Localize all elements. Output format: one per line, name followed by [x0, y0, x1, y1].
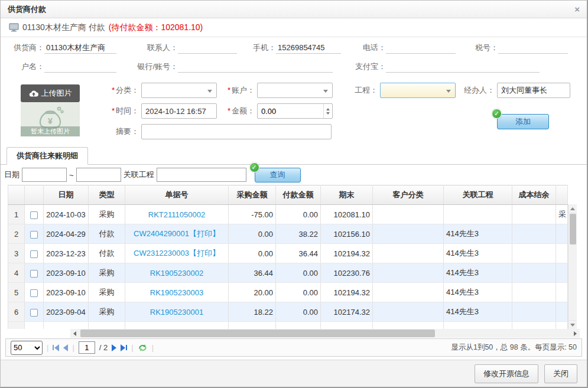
info-row-1: 供货商： 联系人： 手机： 电话： 税号： [8, 38, 580, 57]
account-name-field[interactable] [44, 61, 116, 73]
phone-field[interactable] [386, 42, 456, 54]
dialog-title: 供货商付款 [8, 4, 46, 15]
supplier-name-line: 01130木材生产商 付款 [22, 22, 105, 33]
add-button[interactable]: 添加 [497, 114, 549, 129]
doc-number-link[interactable]: RK1905230001 [150, 308, 203, 317]
last-page-button[interactable] [121, 344, 127, 351]
account-select[interactable] [257, 83, 333, 98]
dialog-close-button[interactable]: 关闭 [544, 364, 577, 383]
amount-field[interactable] [257, 103, 333, 119]
col-rownum [8, 185, 25, 205]
refresh-button[interactable] [138, 343, 148, 353]
doc-number-link[interactable]: RK1905230003 [150, 288, 203, 297]
filter-row: 日期 ~ 关联工程 ✓ 查询 [1, 165, 587, 185]
page-number-field[interactable] [79, 341, 95, 354]
query-button[interactable]: 查询 [255, 168, 301, 182]
row-number: 5 [8, 283, 25, 302]
category-select[interactable] [141, 83, 217, 98]
doc-number-link[interactable]: RKT2111050002 [148, 210, 205, 219]
vertical-scrollbar[interactable] [568, 204, 577, 329]
check-circle-icon: ✓ [249, 162, 259, 172]
table-row[interactable]: 22024-04-29付款CW2404290001【打印】0.0038.2210… [8, 224, 568, 244]
mobile-label: 手机： [237, 43, 276, 53]
project-select[interactable] [380, 83, 456, 98]
page-size-select[interactable]: 50 [11, 341, 43, 355]
row-checkbox[interactable] [30, 231, 38, 239]
doc-number-link[interactable]: RK1905230002 [150, 269, 203, 278]
scroll-down-arrow[interactable] [568, 320, 577, 329]
date-from-field[interactable] [22, 168, 67, 182]
vertical-scroll-thumb[interactable] [570, 214, 576, 244]
bank-account-field[interactable] [178, 61, 333, 73]
row-checkbox-cell [25, 224, 44, 244]
row-number: 1 [8, 205, 25, 224]
supplier-info-form: 供货商： 联系人： 手机： 电话： 税号： 户名： 银行/账号： 支付宝： [1, 37, 587, 76]
first-page-button[interactable] [53, 344, 59, 351]
cell-doc-no: RK1905230003 [125, 283, 229, 302]
tab-supplier-account-detail[interactable]: 供货商往来账明细 [7, 147, 88, 165]
col-payment-amount: 付款金额 [276, 185, 321, 205]
close-icon[interactable]: × [574, 5, 580, 14]
info-row-2: 户名： 银行/账号： 支付宝： [8, 57, 580, 76]
amount-stepper [257, 103, 333, 119]
upload-image-label: 上传图片 [41, 88, 72, 99]
range-tilde: ~ [69, 171, 74, 180]
cell-related-project: 414先生3 [444, 283, 512, 302]
row-number: 4 [8, 263, 25, 283]
contact-field[interactable] [178, 42, 237, 54]
project-filter-label: 关联工程 [124, 169, 154, 180]
table-row[interactable]: 32023-12-23付款CW2312230003【打印】0.0036.4410… [8, 244, 568, 263]
prev-page-button[interactable] [63, 344, 68, 351]
tax-no-field[interactable] [498, 42, 568, 54]
add-button-wrap: ✓ 添加 [497, 114, 549, 129]
table-row[interactable]: 42023-09-10采购RK190523000236.440.00102230… [8, 263, 568, 283]
agent-field[interactable] [497, 83, 570, 98]
required-star: * [228, 106, 230, 115]
image-placeholder[interactable]: ¥ 暂未上传图片 [21, 102, 80, 136]
dialog-titlebar: 供货商付款 × [1, 1, 587, 18]
table-row[interactable]: 52023-09-10采购RK190523000320.000.00102194… [8, 283, 568, 302]
next-page-button[interactable] [112, 344, 116, 351]
modify-invoice-button[interactable]: 修改开票信息 [475, 364, 538, 383]
agent-label: 经办人： [456, 85, 495, 96]
summary-field[interactable] [141, 124, 332, 139]
pager-separator: | [72, 343, 74, 352]
row-checkbox[interactable] [30, 309, 38, 317]
table-row[interactable]: 12024-10-03采购RKT2111050002-75.000.001020… [8, 205, 568, 224]
refresh-icon [138, 343, 148, 353]
spin-down-icon [326, 112, 330, 115]
scroll-up-arrow[interactable] [568, 204, 577, 213]
time-field[interactable] [141, 103, 217, 119]
cell-doc-no: CW2312230003【打印】 [125, 244, 229, 263]
summary-label: 摘要： [106, 126, 139, 137]
doc-number-link[interactable]: CW2404290001【打印】 [134, 229, 220, 238]
horizontal-scroll-thumb[interactable] [80, 330, 435, 337]
row-checkbox[interactable] [30, 250, 38, 258]
cell-doc-no: RK1905230001 [125, 302, 229, 322]
horizontal-scrollbar[interactable] [70, 329, 580, 338]
project-filter-field[interactable] [157, 168, 246, 182]
date-filter-label: 日期 [4, 169, 20, 180]
scroll-left-arrow[interactable] [70, 329, 79, 338]
cell-doc-no: RKT2111050002 [125, 205, 229, 224]
svg-text:¥: ¥ [48, 116, 53, 126]
doc-number-link[interactable]: CW2312230003【打印】 [134, 249, 220, 257]
cell-cost-balance [512, 244, 556, 263]
row-checkbox[interactable] [30, 289, 38, 297]
monitor-icon [9, 23, 19, 32]
row-checkbox[interactable] [30, 270, 38, 278]
date-to-field[interactable] [76, 168, 121, 182]
row-checkbox[interactable] [30, 211, 38, 219]
cell-date: 2023-09-10 [44, 263, 89, 283]
supplier-field[interactable] [44, 42, 116, 54]
col-date: 日期 [44, 185, 89, 205]
upload-image-button[interactable]: 上传图片 [21, 84, 80, 102]
mobile-field[interactable] [276, 42, 341, 54]
cell-type: 采购 [89, 205, 125, 224]
cell-ending-balance: 102156.10 [321, 224, 373, 244]
alipay-field[interactable] [386, 61, 540, 73]
table-row[interactable]: 62023-09-04采购RK190523000118.220.00102174… [8, 302, 568, 322]
amount-spin-buttons[interactable] [323, 104, 332, 118]
scroll-right-arrow[interactable] [571, 329, 580, 338]
cell-ending-balance: 102194.32 [321, 244, 373, 263]
